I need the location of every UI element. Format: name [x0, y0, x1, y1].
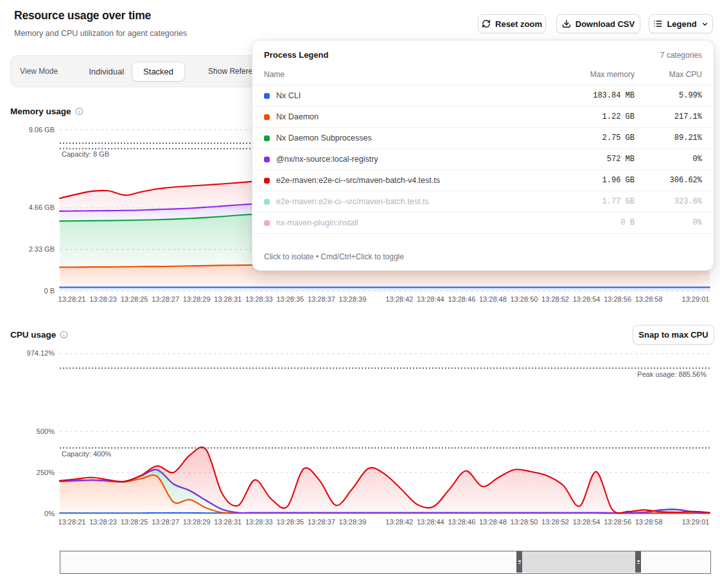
popup-header: Process Legend 7 categories: [252, 40, 714, 67]
cpu-x-tick-label: 13:29:01: [682, 518, 710, 526]
memory-x-tick-label: 13:28:52: [541, 295, 569, 303]
series-name: @nx/nx-source:local-registry: [276, 155, 538, 164]
cpu-x-tick-label: 13:28:54: [573, 518, 601, 526]
snap-to-max-cpu-button[interactable]: Snap to max CPU: [633, 325, 714, 345]
list-icon: [653, 19, 662, 28]
view-mode-stacked[interactable]: Stacked: [132, 62, 185, 82]
series-name: nx-maven-plugin:install: [276, 218, 538, 227]
series-max-cpu: 323.6%: [635, 197, 702, 206]
memory-x-tick-label: 13:28:33: [245, 295, 273, 303]
memory-x-tick-label: 13:28:48: [479, 295, 507, 303]
legend-row[interactable]: e2e-maven:e2e-ci--src/maven-batch-v4.tes…: [252, 170, 714, 191]
refresh-icon: [482, 19, 491, 28]
cpu-x-tick-label: 13:28:31: [214, 518, 241, 526]
memory-y-tick-label: 9.06 GB: [29, 126, 55, 134]
cpu-x-tick-label: 13:28:52: [541, 518, 569, 526]
cpu-line-3: [60, 470, 710, 513]
series-max-memory: 1.22 GB: [538, 112, 635, 121]
memory-x-tick-label: 13:28:31: [214, 295, 241, 303]
legend-button[interactable]: Legend: [649, 14, 713, 33]
series-max-memory: 1.96 GB: [538, 176, 635, 185]
cpu-x-tick-label: 13:28:39: [339, 518, 367, 526]
cpu-line-4: [60, 470, 710, 513]
legend-row[interactable]: @nx/nx-source:local-registry572 MB0%: [252, 149, 714, 170]
cpu-y-tick-label: 250%: [37, 469, 55, 476]
page-title: Resource usage over time: [14, 9, 151, 22]
cpu-x-tick-label: 13:28:23: [89, 518, 117, 526]
memory-x-tick-label: 13:28:58: [635, 295, 663, 303]
series-name: Nx Daemon Subprocesses: [276, 134, 538, 143]
categories-count: 7 categories: [660, 51, 702, 60]
cpu-line-1: [60, 513, 710, 514]
page-subtitle: Memory and CPU utilization for agent cat…: [14, 29, 187, 38]
series-name: e2e-maven:e2e-ci--src/maven-batch.test.t…: [276, 197, 538, 206]
cpu-line-5: [60, 447, 710, 514]
brush-handle-left[interactable]: [516, 551, 522, 573]
legend-row[interactable]: nx-maven-plugin:install0 B0%: [252, 212, 714, 234]
snap-to-max-cpu-label: Snap to max CPU: [638, 330, 708, 340]
memory-x-tick-label: 13:28:21: [58, 295, 86, 303]
view-mode-label: View Mode: [20, 67, 58, 76]
memory-x-tick-label: 13:28:39: [339, 295, 367, 303]
series-max-memory: 2.75 GB: [538, 134, 635, 143]
legend-row[interactable]: e2e-maven:e2e-ci--src/maven-batch.test.t…: [252, 191, 714, 212]
time-range-brush[interactable]: [60, 551, 711, 574]
cpu-x-tick-label: 13:28:42: [385, 518, 413, 526]
memory-capacity-label: Capacity: 8 GB: [62, 150, 109, 158]
memory-x-tick-label: 13:28:25: [121, 295, 148, 303]
column-name: Name: [264, 70, 538, 79]
download-icon: [562, 19, 571, 28]
memory-x-tick-label: 13:28:44: [417, 295, 444, 303]
cpu-x-tick-label: 13:28:29: [183, 518, 211, 526]
cpu-x-tick-label: 13:28:21: [58, 518, 86, 526]
memory-x-tick-label: 13:28:27: [152, 295, 179, 303]
legend-table-header: Name Max memory Max CPU: [252, 67, 714, 85]
column-max-memory: Max memory: [538, 70, 635, 79]
legend-label: Legend: [667, 19, 696, 29]
memory-x-tick-label: 13:28:35: [276, 295, 304, 303]
series-max-memory: 572 MB: [538, 155, 635, 164]
legend-row[interactable]: Nx Daemon1.22 GB217.1%: [252, 107, 714, 128]
cpu-area-2: [60, 475, 710, 513]
memory-x-tick-label: 13:28:29: [183, 295, 211, 303]
legend-row[interactable]: Nx Daemon Subprocesses2.75 GB89.21%: [252, 128, 714, 149]
info-icon[interactable]: [75, 107, 83, 116]
reset-zoom-button[interactable]: Reset zoom: [478, 14, 546, 33]
series-name: e2e-maven:e2e-ci--src/maven-batch-v4.tes…: [276, 176, 538, 185]
download-csv-button[interactable]: Download CSV: [556, 14, 640, 33]
brush-handle-right[interactable]: [635, 551, 641, 573]
memory-x-tick-label: 13:28:54: [573, 295, 601, 303]
memory-x-tick-label: 13:28:46: [448, 295, 475, 303]
memory-x-tick-label: 13:28:42: [385, 295, 413, 303]
cpu-y-tick-label: 500%: [37, 428, 55, 435]
cpu-peak-label: Peak usage: 885.56%: [637, 370, 707, 378]
download-csv-label: Download CSV: [575, 19, 635, 29]
cpu-x-tick-label: 13:28:58: [635, 518, 663, 526]
series-max-cpu: 0%: [635, 218, 702, 227]
info-icon[interactable]: [60, 331, 68, 339]
series-color-dot: [264, 178, 270, 184]
memory-y-tick-label: 2.33 GB: [29, 245, 55, 253]
memory-x-tick-label: 13:29:01: [682, 295, 710, 303]
legend-rows: Nx CLI183.84 MB5.99%Nx Daemon1.22 GB217.…: [252, 85, 714, 234]
series-max-cpu: 306.62%: [635, 176, 702, 185]
memory-y-tick-label: 4.66 GB: [29, 203, 55, 211]
series-max-cpu: 89.21%: [635, 134, 702, 143]
series-color-dot: [264, 114, 270, 120]
memory-x-tick-label: 13:28:23: [89, 295, 117, 303]
column-max-cpu: Max CPU: [635, 70, 702, 79]
series-color-dot: [264, 199, 270, 205]
cpu-x-tick-label: 13:28:33: [245, 518, 273, 526]
cpu-area-5: [60, 447, 710, 514]
series-name: Nx CLI: [276, 91, 538, 100]
cpu-x-tick-label: 13:28:46: [448, 518, 475, 526]
brush-selection[interactable]: [516, 551, 641, 573]
cpu-capacity-label: Capacity: 400%: [62, 450, 111, 458]
cpu-x-tick-label: 13:28:37: [308, 518, 335, 526]
memory-x-tick-label: 13:28:56: [604, 295, 631, 303]
cpu-x-tick-label: 13:28:50: [511, 518, 538, 526]
series-max-memory: 1.77 GB: [538, 197, 635, 206]
cpu-x-tick-label: 13:28:35: [276, 518, 304, 526]
view-mode-individual[interactable]: Individual: [89, 67, 124, 76]
legend-row[interactable]: Nx CLI183.84 MB5.99%: [252, 85, 714, 107]
